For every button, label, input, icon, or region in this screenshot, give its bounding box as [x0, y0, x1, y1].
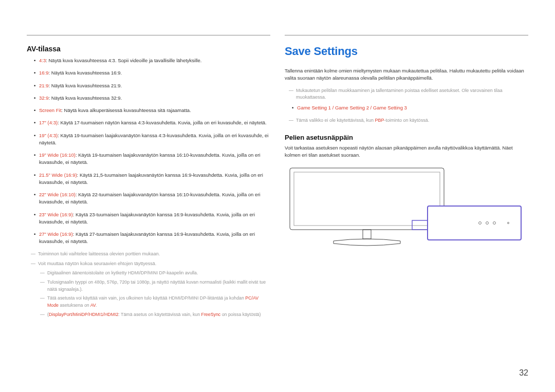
two-column-layout: AV-tilassa 4:3: Näytä kuva kuvasuhteessa… — [27, 35, 528, 321]
term: PBP — [375, 118, 384, 123]
term: DisplayPort/MiniDP/HDMI1/HDMI2 — [49, 312, 118, 317]
list-item: 17" (4:3): Käytä 17-tuumaisen näytön kan… — [34, 119, 270, 126]
horizontal-rule — [285, 35, 528, 35]
term: 23" Wide (16:9) — [39, 212, 73, 217]
text: -toiminto on käytössä. — [384, 118, 430, 123]
term: 4:3 — [39, 58, 46, 63]
list-item: 27" Wide (16:9): Käytä 27-tuumaisen laaj… — [34, 231, 270, 246]
term: Game Setting 1 / Game Setting 2 / Game S… — [297, 105, 407, 110]
desc: : Näytä kuva kuvasuhteessa 16:9. — [49, 70, 122, 76]
right-column: Save Settings Tallenna enintään kolme om… — [285, 35, 528, 321]
desc: : Näytä kuva kuvasuhteessa 4:3. Sopii vi… — [46, 58, 201, 63]
game-settings-key-body: Voit tarkastaa asetuksen nopeasti näytön… — [285, 144, 528, 159]
svg-rect-1 — [294, 172, 440, 226]
game-settings-key-heading: Pelien asetusnäppäin — [285, 134, 528, 141]
sub-footnote: Tulosignaalin tyyppi on 480p, 576p, 720p… — [40, 279, 270, 293]
term: 21.5" Wide (16:9) — [39, 172, 77, 178]
save-settings-heading: Save Settings — [285, 45, 528, 58]
save-settings-intro: Tallenna enintään kolme omien mieltymyst… — [285, 67, 528, 82]
svg-rect-2 — [363, 230, 371, 239]
page-number: 32 — [519, 368, 528, 378]
horizontal-rule — [27, 35, 270, 35]
list-item: Game Setting 1 / Game Setting 2 / Game S… — [292, 104, 528, 111]
text: Tämä valikko ei ole käytettävissä, kun — [296, 118, 375, 123]
term: 21:9 — [39, 83, 49, 88]
term: 17" (4:3) — [39, 120, 58, 125]
text: asetuksena on — [59, 303, 90, 308]
list-item: 21:9: Näytä kuva kuvasuhteessa 21:9. — [34, 82, 270, 89]
svg-rect-4 — [428, 206, 521, 240]
term: 32:9 — [39, 95, 49, 101]
footnote: Mukautetun pelitilan muokkaaminen ja tal… — [289, 87, 528, 102]
desc: : Näytä kuva alkuperäisessä kuvasuhteess… — [61, 107, 191, 113]
left-section-title: AV-tilassa — [27, 45, 270, 53]
term: 19" Wide (16:10) — [39, 152, 76, 158]
footnote: Voit muuttaa näytön kokoa seuraavien eht… — [31, 260, 270, 318]
monitor-icon — [285, 165, 526, 252]
left-column: AV-tilassa 4:3: Näytä kuva kuvasuhteessa… — [27, 35, 270, 321]
desc: : Käytä 19-tuumaisen laajakuvanäytön kan… — [39, 133, 268, 145]
footnote-text: Voit muuttaa näytön kokoa seuraavien eht… — [38, 261, 156, 266]
list-item: 19" (4:3): Käytä 19-tuumaisen laajakuvan… — [34, 132, 270, 147]
list-item: 22" Wide (16:10): Käytä 22-tuumaisen laa… — [34, 191, 270, 206]
term: FreeSync — [201, 312, 221, 317]
desc: : Käytä 17-tuumaisen näytön kanssa 4:3-k… — [58, 120, 267, 125]
footnote: Tämä valikko ei ole käytettävissä, kun P… — [289, 117, 528, 124]
term: 16:9 — [39, 70, 49, 76]
list-item: 4:3: Näytä kuva kuvasuhteessa 4:3. Sopii… — [34, 57, 270, 64]
list-item: 32:9: Näytä kuva kuvasuhteessa 32:9. — [34, 95, 270, 102]
monitor-illustration — [285, 165, 528, 252]
sub-footnotes: Digitaalinen äänentoistolaite on kytkett… — [38, 270, 270, 318]
list-item: 21.5" Wide (16:9): Käytä 21,5-tuumaisen … — [34, 172, 270, 186]
text: Tätä asetusta voi käyttää vain vain, jos… — [47, 295, 245, 301]
term: AV — [90, 303, 96, 308]
sub-footnote: (DisplayPort/MiniDP/HDMI1/HDMI2: Tämä as… — [40, 311, 270, 319]
manual-page: AV-tilassa 4:3: Näytä kuva kuvasuhteessa… — [0, 0, 555, 392]
list-item: 23" Wide (16:9): Käytä 23-tuumaisen laaj… — [34, 211, 270, 226]
footnotes: Tämä valikko ei ole käytettävissä, kun P… — [285, 117, 528, 124]
desc: : Näytä kuva kuvasuhteessa 21:9. — [49, 83, 122, 88]
footnotes: Toiminnon tuki vaihtelee laitteessa olev… — [27, 251, 270, 319]
list-item: 19" Wide (16:10): Käytä 19-tuumaisen laa… — [34, 152, 270, 166]
text: : Tämä asetus on käytettävissä vain, kun — [118, 312, 201, 317]
list-item: 16:9: Näytä kuva kuvasuhteessa 16:9. — [34, 69, 270, 77]
desc: : Näytä kuva kuvasuhteessa 32:9. — [49, 95, 122, 101]
text: on poissa käytöstä) — [220, 312, 261, 317]
sub-footnote: Digitaalinen äänentoistolaite on kytkett… — [40, 270, 270, 277]
term: Screen Fit — [39, 107, 61, 113]
sub-footnote: Tätä asetusta voi käyttää vain vain, jos… — [40, 295, 270, 309]
aspect-ratio-list: 4:3: Näytä kuva kuvasuhteessa 4:3. Sopii… — [27, 57, 270, 246]
term: 22" Wide (16:10) — [39, 192, 76, 197]
term: 19" (4:3) — [39, 133, 58, 138]
game-settings-list: Game Setting 1 / Game Setting 2 / Game S… — [285, 104, 528, 111]
footnote: Toiminnon tuki vaihtelee laitteessa olev… — [31, 251, 270, 258]
footnotes: Mukautetun pelitilan muokkaaminen ja tal… — [285, 87, 528, 102]
list-item: Screen Fit: Näytä kuva alkuperäisessä ku… — [34, 107, 270, 114]
text: . — [96, 303, 97, 308]
term: 27" Wide (16:9) — [39, 231, 73, 237]
